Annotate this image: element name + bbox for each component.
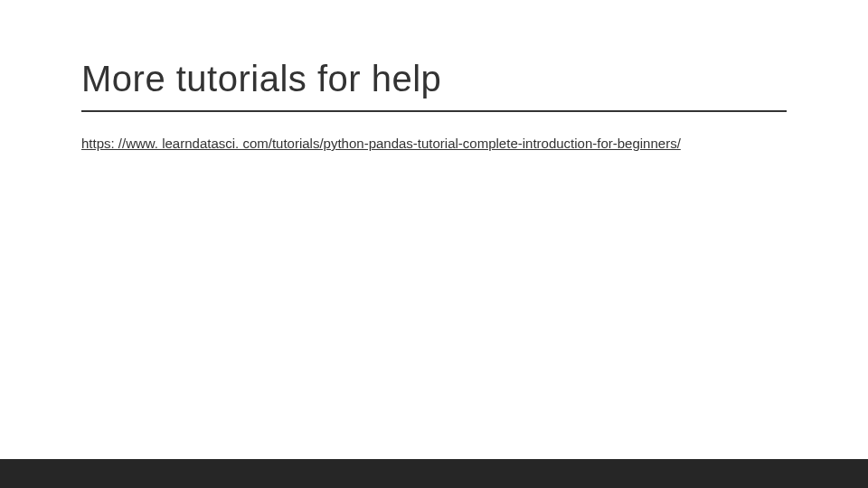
footer-bar <box>0 459 868 488</box>
title-divider <box>81 110 787 112</box>
tutorial-link[interactable]: https: //www. learndatasci. com/tutorial… <box>81 134 681 155</box>
slide-title: More tutorials for help <box>81 59 787 99</box>
slide-container: More tutorials for help https: //www. le… <box>0 0 868 488</box>
